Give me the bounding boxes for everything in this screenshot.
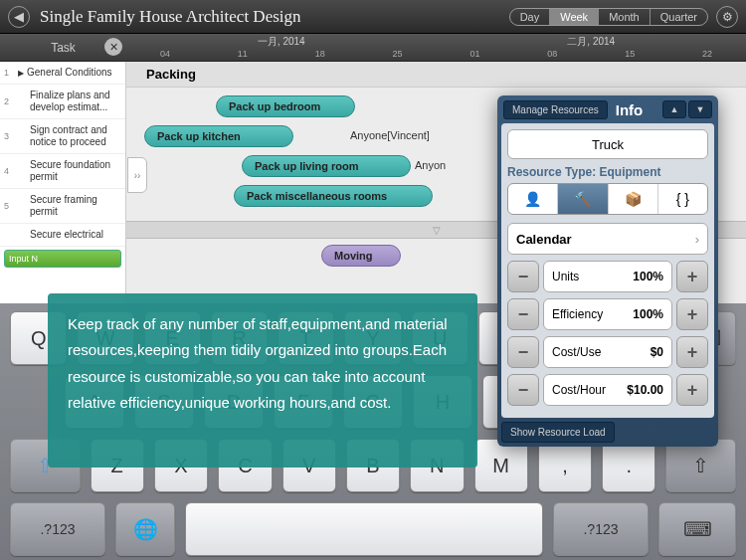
disclosure-icon: ▶	[18, 69, 24, 78]
tab-week[interactable]: Week	[550, 9, 599, 25]
field-label: Units	[552, 270, 579, 283]
key-period[interactable]: .	[602, 439, 655, 492]
chevron-down-icon: ▽	[433, 225, 441, 236]
type-group-tab[interactable]: { }	[658, 184, 707, 214]
prev-resource-button[interactable]: ▲	[662, 100, 686, 118]
panel-body: Truck Resource Type: Equipment 👤 🔨 📦 { }…	[501, 123, 714, 418]
efficiency-field[interactable]: Efficiency100%	[543, 298, 672, 330]
gantt-group-header: Packing	[126, 62, 746, 88]
day-label: 22	[668, 49, 746, 59]
gear-icon[interactable]: ⚙	[716, 6, 738, 28]
costhour-stepper: − Cost/Hour$10.00 +	[507, 374, 708, 406]
key-mode-right[interactable]: .?123	[553, 502, 649, 556]
day-label: 11	[204, 49, 281, 59]
units-plus-button[interactable]: +	[676, 261, 708, 292]
calendar-label: Calendar	[516, 232, 572, 247]
gantt-bar-moving[interactable]: Moving	[321, 245, 401, 267]
task-row[interactable]: Secure electrical	[0, 224, 125, 247]
tab-month[interactable]: Month	[599, 9, 651, 25]
task-num: 5	[4, 201, 18, 211]
app-header: ◀ Single Family House Architect Design D…	[0, 0, 746, 34]
bar-label: Moving	[334, 250, 373, 262]
key-hide-keyboard[interactable]: ⌨	[658, 502, 736, 556]
type-equipment-tab[interactable]: 🔨	[558, 184, 608, 214]
close-task-col-icon[interactable]: ✕	[104, 38, 122, 56]
costhour-field[interactable]: Cost/Hour$10.00	[543, 374, 672, 406]
show-resource-load-button[interactable]: Show Resource Load	[501, 422, 615, 443]
hide-keyboard-icon: ⌨	[683, 517, 712, 541]
costuse-plus-button[interactable]: +	[676, 336, 708, 368]
costuse-stepper: − Cost/Use$0 +	[507, 336, 708, 368]
gantt-bar-kitchen[interactable]: Pack up kitchen	[144, 125, 293, 147]
shift-icon: ⇧	[692, 454, 709, 477]
day-label: 15	[591, 49, 668, 59]
tooltip-text: Keep track of any number of staff,equipm…	[68, 315, 448, 411]
bar-label: Pack up bedroom	[229, 100, 320, 112]
group-label: Packing	[146, 67, 196, 82]
globe-icon: 🌐	[133, 517, 158, 541]
timeline-months: 一月, 2014 04 11 18 25 二月, 2014 01 08 15 2…	[126, 34, 746, 61]
resource-info-panel: Manage Resources Info ▲ ▼ Truck Resource…	[497, 95, 718, 447]
tab-quarter[interactable]: Quarter	[651, 9, 707, 25]
key-shift-right[interactable]: ⇧	[665, 439, 736, 492]
task-name: Secure framing permit	[18, 194, 121, 218]
field-label: Efficiency	[552, 307, 603, 321]
task-name: Secure foundation permit	[18, 159, 121, 183]
panel-title: Info	[616, 101, 662, 118]
resource-type-label: Resource Type: Equipment	[507, 165, 708, 179]
resource-name-field[interactable]: Truck	[507, 129, 708, 159]
task-row[interactable]: 2Finalize plans and develop estimat...	[0, 85, 125, 119]
field-label: Cost/Use	[552, 345, 601, 359]
gantt-bar-livingroom[interactable]: Pack up living room	[242, 155, 411, 177]
gantt-bar-bedroom[interactable]: Pack up bedroom	[216, 95, 355, 117]
task-num: 4	[4, 166, 18, 176]
task-list: 1▶General Conditions 2Finalize plans and…	[0, 62, 126, 304]
assignee-label: Anyone[Vincent]	[350, 129, 430, 141]
gantt-bar-misc[interactable]: Pack miscellaneous rooms	[234, 185, 433, 207]
units-field[interactable]: Units100%	[543, 261, 672, 292]
costuse-minus-button[interactable]: −	[507, 336, 539, 368]
type-person-tab[interactable]: 👤	[508, 184, 558, 214]
costhour-minus-button[interactable]: −	[507, 374, 539, 406]
costuse-field[interactable]: Cost/Use$0	[543, 336, 672, 368]
assignee-label: Anyon	[415, 159, 446, 171]
field-value: $10.00	[627, 383, 663, 397]
key-comma[interactable]: ,	[538, 439, 592, 492]
manage-resources-button[interactable]: Manage Resources	[503, 100, 608, 119]
task-name: Finalize plans and develop estimat...	[18, 90, 121, 113]
month-1-label: 一月, 2014	[126, 35, 437, 49]
tab-day[interactable]: Day	[510, 9, 551, 25]
task-row[interactable]: 1▶General Conditions	[0, 62, 125, 85]
day-label: 04	[126, 49, 204, 59]
day-label: 08	[513, 49, 591, 59]
resource-type-tabs: 👤 🔨 📦 { }	[507, 183, 708, 215]
page-title: Single Family House Architect Design	[40, 7, 509, 27]
type-material-tab[interactable]: 📦	[609, 184, 658, 214]
new-task-input[interactable]: Input N	[4, 250, 121, 268]
field-value: 100%	[633, 270, 663, 283]
efficiency-stepper: − Efficiency100% +	[507, 298, 708, 330]
task-row[interactable]: 4Secure foundation permit	[0, 154, 125, 189]
key-space[interactable]	[185, 502, 543, 556]
efficiency-plus-button[interactable]: +	[676, 298, 708, 330]
panel-header: Manage Resources Info ▲ ▼	[497, 95, 718, 123]
task-row[interactable]: 3Sign contract and notice to proceed	[0, 119, 125, 154]
next-resource-button[interactable]: ▼	[688, 100, 712, 118]
month-2-label: 二月, 2014	[437, 35, 747, 49]
field-label: Cost/Hour	[552, 383, 606, 397]
units-minus-button[interactable]: −	[507, 261, 539, 292]
timeline-header: Task ✕ 一月, 2014 04 11 18 25 二月, 2014 01 …	[0, 34, 746, 62]
back-button[interactable]: ◀	[8, 6, 30, 28]
key-m[interactable]: M	[474, 439, 528, 492]
calendar-row[interactable]: Calendar ›	[507, 223, 708, 255]
braces-icon: { }	[676, 191, 689, 207]
task-column-header: Task ✕	[0, 34, 126, 61]
efficiency-minus-button[interactable]: −	[507, 298, 539, 330]
costhour-plus-button[interactable]: +	[676, 374, 708, 406]
key-globe[interactable]: 🌐	[115, 502, 175, 556]
task-row[interactable]: 5Secure framing permit	[0, 189, 125, 224]
task-name: General Conditions	[27, 67, 121, 79]
expand-sidebar-button[interactable]: ››	[127, 157, 147, 193]
key-mode[interactable]: .?123	[10, 502, 105, 556]
day-label: 25	[359, 49, 437, 59]
